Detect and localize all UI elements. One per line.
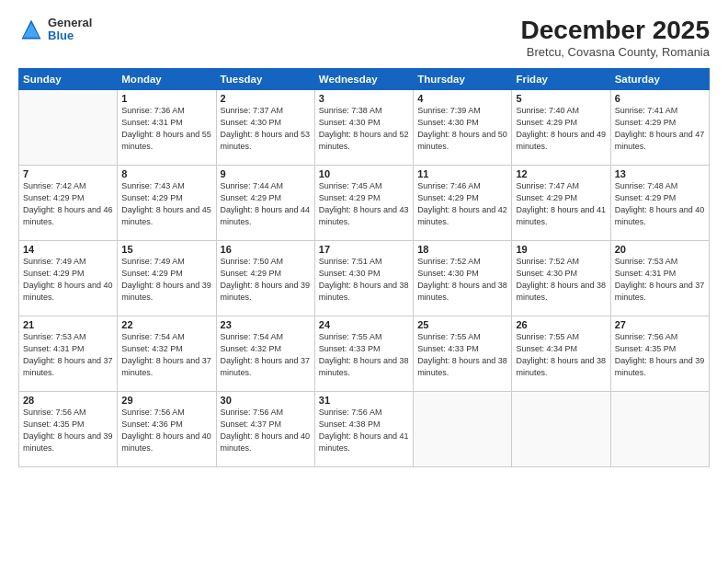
day-number: 1: [121, 93, 211, 104]
day-info: Sunrise: 7:56 AMSunset: 4:36 PMDaylight:…: [121, 407, 211, 454]
calendar-cell: [19, 89, 118, 165]
calendar-cell: 10Sunrise: 7:45 AMSunset: 4:29 PMDayligh…: [314, 165, 413, 240]
day-info: Sunrise: 7:50 AMSunset: 4:29 PMDaylight:…: [221, 256, 311, 304]
calendar-cell: 11Sunrise: 7:46 AMSunset: 4:29 PMDayligh…: [414, 165, 512, 240]
day-number: 20: [615, 244, 705, 255]
calendar-header-sunday: Sunday: [19, 68, 118, 89]
calendar-cell: [512, 391, 610, 466]
calendar-week-1: 7Sunrise: 7:42 AMSunset: 4:29 PMDaylight…: [19, 165, 710, 240]
calendar-cell: 29Sunrise: 7:56 AMSunset: 4:36 PMDayligh…: [118, 391, 216, 466]
day-number: 30: [221, 395, 311, 406]
calendar-cell: 3Sunrise: 7:38 AMSunset: 4:30 PMDaylight…: [314, 89, 413, 165]
calendar-header-friday: Friday: [512, 68, 610, 89]
calendar-week-2: 14Sunrise: 7:49 AMSunset: 4:29 PMDayligh…: [19, 240, 710, 316]
day-number: 10: [319, 168, 409, 179]
logo-text: General Blue: [48, 17, 92, 43]
logo: General Blue: [18, 17, 92, 43]
day-info: Sunrise: 7:43 AMSunset: 4:29 PMDaylight:…: [121, 180, 211, 228]
calendar-cell: 9Sunrise: 7:44 AMSunset: 4:29 PMDaylight…: [216, 165, 314, 240]
day-info: Sunrise: 7:53 AMSunset: 4:31 PMDaylight:…: [615, 256, 705, 304]
calendar-cell: 2Sunrise: 7:37 AMSunset: 4:30 PMDaylight…: [216, 89, 314, 165]
header: General Blue December 2025 Bretcu, Covas…: [18, 17, 710, 59]
day-number: 2: [221, 93, 311, 104]
calendar-header-wednesday: Wednesday: [314, 68, 413, 89]
day-info: Sunrise: 7:51 AMSunset: 4:30 PMDaylight:…: [319, 256, 409, 304]
calendar-week-0: 1Sunrise: 7:36 AMSunset: 4:31 PMDaylight…: [19, 89, 710, 165]
day-info: Sunrise: 7:49 AMSunset: 4:29 PMDaylight:…: [121, 256, 211, 304]
day-number: 6: [615, 93, 705, 104]
page: General Blue December 2025 Bretcu, Covas…: [0, 0, 728, 563]
calendar-cell: 22Sunrise: 7:54 AMSunset: 4:32 PMDayligh…: [118, 316, 216, 391]
day-info: Sunrise: 7:45 AMSunset: 4:29 PMDaylight:…: [319, 180, 409, 228]
calendar-cell: 19Sunrise: 7:52 AMSunset: 4:30 PMDayligh…: [512, 240, 610, 316]
day-number: 27: [615, 319, 705, 330]
calendar-cell: 1Sunrise: 7:36 AMSunset: 4:31 PMDaylight…: [118, 89, 216, 165]
day-info: Sunrise: 7:56 AMSunset: 4:35 PMDaylight:…: [615, 331, 705, 379]
day-info: Sunrise: 7:53 AMSunset: 4:31 PMDaylight:…: [23, 331, 113, 379]
day-number: 8: [121, 168, 211, 179]
calendar-cell: 15Sunrise: 7:49 AMSunset: 4:29 PMDayligh…: [118, 240, 216, 316]
day-number: 11: [417, 168, 507, 179]
day-info: Sunrise: 7:44 AMSunset: 4:29 PMDaylight:…: [221, 180, 311, 228]
day-number: 22: [121, 319, 211, 330]
calendar-cell: 18Sunrise: 7:52 AMSunset: 4:30 PMDayligh…: [414, 240, 512, 316]
logo-blue: Blue: [48, 29, 92, 42]
day-info: Sunrise: 7:56 AMSunset: 4:35 PMDaylight:…: [23, 407, 113, 454]
calendar-cell: 30Sunrise: 7:56 AMSunset: 4:37 PMDayligh…: [216, 391, 314, 466]
calendar-cell: 25Sunrise: 7:55 AMSunset: 4:33 PMDayligh…: [414, 316, 512, 391]
day-info: Sunrise: 7:55 AMSunset: 4:33 PMDaylight:…: [417, 331, 507, 379]
calendar-cell: 5Sunrise: 7:40 AMSunset: 4:29 PMDaylight…: [512, 89, 610, 165]
calendar-cell: 13Sunrise: 7:48 AMSunset: 4:29 PMDayligh…: [610, 165, 709, 240]
day-number: 9: [221, 168, 311, 179]
day-info: Sunrise: 7:47 AMSunset: 4:29 PMDaylight:…: [516, 180, 606, 228]
day-number: 24: [319, 319, 409, 330]
day-number: 28: [23, 395, 113, 406]
calendar-cell: 16Sunrise: 7:50 AMSunset: 4:29 PMDayligh…: [216, 240, 314, 316]
day-number: 31: [319, 395, 409, 406]
day-number: 15: [121, 244, 211, 255]
calendar-cell: 14Sunrise: 7:49 AMSunset: 4:29 PMDayligh…: [19, 240, 118, 316]
day-number: 18: [417, 244, 507, 255]
calendar-cell: 6Sunrise: 7:41 AMSunset: 4:29 PMDaylight…: [610, 89, 709, 165]
day-info: Sunrise: 7:41 AMSunset: 4:29 PMDaylight:…: [615, 105, 705, 153]
day-number: 21: [23, 319, 113, 330]
calendar-cell: 28Sunrise: 7:56 AMSunset: 4:35 PMDayligh…: [19, 391, 118, 466]
calendar-header-saturday: Saturday: [610, 68, 709, 89]
month-title: December 2025: [521, 17, 710, 45]
day-number: 3: [319, 93, 409, 104]
day-number: 23: [221, 319, 311, 330]
day-info: Sunrise: 7:48 AMSunset: 4:29 PMDaylight:…: [615, 180, 705, 228]
calendar-cell: 12Sunrise: 7:47 AMSunset: 4:29 PMDayligh…: [512, 165, 610, 240]
day-info: Sunrise: 7:56 AMSunset: 4:37 PMDaylight:…: [221, 407, 311, 454]
day-number: 14: [23, 244, 113, 255]
day-number: 19: [516, 244, 606, 255]
calendar: SundayMondayTuesdayWednesdayThursdayFrid…: [18, 68, 710, 467]
calendar-cell: 7Sunrise: 7:42 AMSunset: 4:29 PMDaylight…: [19, 165, 118, 240]
day-info: Sunrise: 7:52 AMSunset: 4:30 PMDaylight:…: [417, 256, 507, 304]
title-section: December 2025 Bretcu, Covasna County, Ro…: [521, 17, 710, 59]
day-info: Sunrise: 7:54 AMSunset: 4:32 PMDaylight:…: [221, 331, 311, 379]
day-number: 26: [516, 319, 606, 330]
day-info: Sunrise: 7:36 AMSunset: 4:31 PMDaylight:…: [121, 105, 211, 153]
calendar-cell: 24Sunrise: 7:55 AMSunset: 4:33 PMDayligh…: [314, 316, 413, 391]
calendar-cell: 4Sunrise: 7:39 AMSunset: 4:30 PMDaylight…: [414, 89, 512, 165]
calendar-header-monday: Monday: [118, 68, 216, 89]
day-info: Sunrise: 7:37 AMSunset: 4:30 PMDaylight:…: [221, 105, 311, 153]
day-info: Sunrise: 7:39 AMSunset: 4:30 PMDaylight:…: [417, 105, 507, 153]
calendar-cell: 17Sunrise: 7:51 AMSunset: 4:30 PMDayligh…: [314, 240, 413, 316]
day-number: 16: [221, 244, 311, 255]
day-info: Sunrise: 7:56 AMSunset: 4:38 PMDaylight:…: [319, 407, 409, 454]
calendar-cell: 23Sunrise: 7:54 AMSunset: 4:32 PMDayligh…: [216, 316, 314, 391]
svg-marker-1: [23, 23, 40, 38]
day-number: 7: [23, 168, 113, 179]
day-info: Sunrise: 7:40 AMSunset: 4:29 PMDaylight:…: [516, 105, 606, 153]
day-info: Sunrise: 7:54 AMSunset: 4:32 PMDaylight:…: [121, 331, 211, 379]
day-info: Sunrise: 7:46 AMSunset: 4:29 PMDaylight:…: [417, 180, 507, 228]
day-number: 25: [417, 319, 507, 330]
day-info: Sunrise: 7:55 AMSunset: 4:33 PMDaylight:…: [319, 331, 409, 379]
calendar-cell: 26Sunrise: 7:55 AMSunset: 4:34 PMDayligh…: [512, 316, 610, 391]
calendar-cell: [610, 391, 709, 466]
calendar-cell: 31Sunrise: 7:56 AMSunset: 4:38 PMDayligh…: [314, 391, 413, 466]
calendar-cell: 8Sunrise: 7:43 AMSunset: 4:29 PMDaylight…: [118, 165, 216, 240]
calendar-cell: [414, 391, 512, 466]
